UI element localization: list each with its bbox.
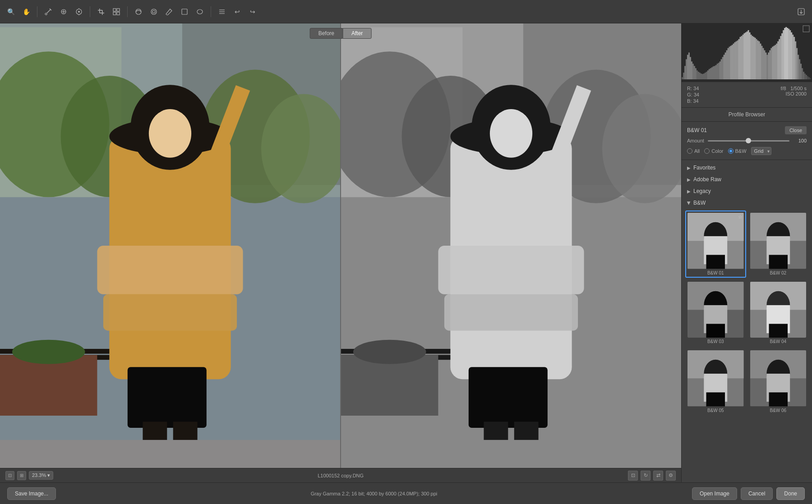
bw02-profile-item[interactable]: B&W 02 — [748, 211, 809, 278]
save-image-btn[interactable]: Save Image... — [7, 487, 56, 500]
flip-btn[interactable]: ⇄ — [653, 471, 663, 481]
favorites-section-header[interactable]: ▶ Favorites — [682, 162, 812, 174]
bw05-thumbnail — [687, 350, 744, 407]
bw06-thumbnail — [750, 350, 807, 407]
bw-section-header[interactable]: ▶ B&W — [682, 197, 812, 209]
b-value: B: 34 — [687, 98, 699, 104]
svg-rect-129 — [756, 39, 757, 79]
main-content: Before After — [0, 23, 812, 482]
svg-rect-120 — [744, 33, 745, 79]
svg-rect-140 — [770, 48, 772, 79]
b-number: 34 — [693, 98, 698, 104]
b-label: B: — [687, 98, 692, 104]
healing-tool[interactable] — [57, 5, 70, 18]
eyedropper-tool[interactable] — [42, 5, 55, 18]
legacy-section-header[interactable]: ▶ Legacy — [682, 185, 812, 197]
svg-rect-112 — [733, 44, 734, 79]
list-view-tool[interactable] — [216, 5, 228, 18]
all-filter-option[interactable]: All — [687, 148, 700, 154]
bw01-thumbnail: ☆ — [687, 213, 744, 269]
before-tab[interactable]: Before — [310, 28, 343, 39]
color-filter-option[interactable]: Color — [704, 148, 723, 154]
svg-rect-16 — [113, 12, 116, 15]
crop-tool[interactable] — [95, 5, 107, 18]
done-btn[interactable]: Done — [776, 487, 805, 500]
bw01-star-icon[interactable]: ☆ — [738, 214, 743, 220]
after-tab[interactable]: After — [343, 28, 371, 39]
bw04-profile-item[interactable]: B&W 04 — [748, 279, 809, 347]
svg-rect-14 — [113, 9, 116, 11]
svg-rect-78 — [687, 55, 688, 79]
rotate-btn[interactable]: ↻ — [641, 471, 651, 481]
svg-rect-99 — [715, 65, 717, 79]
radial-filter-tool[interactable] — [148, 5, 160, 18]
svg-rect-162 — [800, 64, 802, 79]
adobe-raw-section-header[interactable]: ▶ Adobe Raw — [682, 174, 812, 185]
svg-rect-115 — [737, 41, 738, 79]
svg-rect-147 — [780, 36, 781, 79]
svg-rect-145 — [777, 41, 779, 79]
svg-rect-137 — [766, 55, 768, 79]
view-mode-select[interactable]: Grid List — [751, 147, 771, 155]
all-radio[interactable] — [687, 148, 692, 154]
svg-rect-104 — [722, 57, 724, 79]
cancel-btn[interactable]: Cancel — [741, 487, 773, 500]
svg-rect-10 — [99, 9, 100, 13]
transform-tool[interactable] — [110, 5, 123, 18]
fit-width-btn[interactable]: ⊡ — [5, 471, 14, 480]
hand-tool[interactable]: ✋ — [20, 5, 32, 18]
svg-rect-42 — [128, 367, 207, 428]
svg-rect-165 — [804, 73, 806, 79]
after-image-panel — [340, 23, 681, 468]
toolbar-separator-1 — [37, 6, 37, 17]
svg-rect-37 — [103, 294, 237, 331]
svg-rect-21 — [182, 9, 187, 14]
svg-rect-123 — [747, 30, 749, 79]
svg-rect-152 — [787, 28, 788, 79]
zoom-tool[interactable]: 🔍 — [5, 5, 17, 18]
close-profile-browser-btn[interactable]: Close — [785, 126, 807, 134]
color-radio[interactable] — [704, 148, 710, 154]
bw-section-label: B&W — [693, 200, 706, 206]
bottom-buttons: Save Image... Gray Gamma 2.2; 16 bit; 40… — [0, 482, 812, 504]
bw-radio[interactable] — [728, 148, 734, 154]
svg-rect-36 — [97, 246, 243, 294]
bw-label: B&W — [735, 148, 747, 154]
bw05-profile-item[interactable]: B&W 05 — [685, 348, 746, 415]
spot-removal-tool[interactable] — [178, 5, 191, 18]
bw-filter-option[interactable]: B&W — [728, 148, 747, 154]
zoom-dropdown-arrow[interactable]: ▾ — [47, 472, 50, 478]
brush-tool[interactable] — [163, 5, 175, 18]
bw03-thumbnail — [687, 282, 744, 338]
image-area: Before After — [0, 23, 681, 482]
bw01-profile-item[interactable]: ☆ B&W 01 — [685, 211, 746, 278]
redo-tool[interactable]: ↪ — [246, 5, 259, 18]
settings-btn[interactable]: ⚙ — [666, 471, 676, 481]
svg-rect-139 — [769, 50, 770, 79]
svg-point-22 — [197, 9, 203, 14]
svg-rect-143 — [775, 45, 776, 79]
open-image-btn[interactable]: Open Image — [692, 487, 737, 500]
svg-rect-158 — [795, 41, 796, 79]
svg-rect-103 — [721, 59, 722, 79]
svg-rect-160 — [798, 55, 799, 79]
svg-rect-97 — [713, 66, 714, 79]
graduated-filter-tool[interactable] — [132, 5, 145, 18]
all-label: All — [694, 148, 700, 154]
export-tool[interactable] — [795, 5, 807, 18]
svg-rect-76 — [684, 66, 686, 79]
svg-rect-119 — [743, 35, 744, 79]
ellipse-tool[interactable] — [194, 5, 206, 18]
compare-btn[interactable]: ⊡ — [628, 471, 638, 481]
svg-rect-95 — [710, 68, 711, 79]
fit-screen-btn[interactable]: ⊞ — [17, 471, 26, 480]
svg-rect-153 — [788, 29, 789, 79]
undo-tool[interactable]: ↩ — [231, 5, 244, 18]
target-adjustment-tool[interactable] — [73, 5, 85, 18]
bw06-profile-item[interactable]: B&W 06 — [748, 348, 809, 415]
bw05-label: B&W 05 — [707, 408, 724, 413]
bw03-profile-item[interactable]: B&W 03 — [685, 279, 746, 347]
svg-rect-142 — [773, 46, 775, 79]
legacy-arrow: ▶ — [687, 189, 691, 194]
amount-slider[interactable] — [708, 140, 789, 142]
